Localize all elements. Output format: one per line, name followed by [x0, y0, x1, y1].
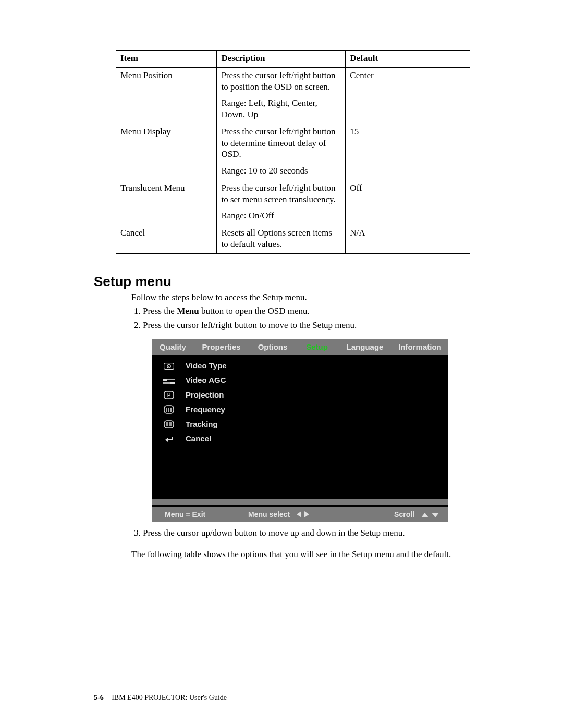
desc-line: Range: On/Off	[221, 210, 341, 221]
osd-item-label: Video Type	[186, 361, 227, 370]
desc-line: Resets all Options screen items to defau…	[221, 227, 341, 250]
osd-tab-bar: Quality Properties Options Setup Languag…	[152, 339, 448, 355]
table-row: Translucent Menu Press the cursor left/r…	[116, 180, 470, 225]
osd-item-label: Video AGC	[186, 376, 226, 385]
osd-tab-quality[interactable]: Quality	[152, 339, 193, 355]
osd-exit-label: Menu = Exit	[165, 510, 248, 519]
cell-item: Cancel	[116, 225, 217, 254]
cell-default: Center	[346, 67, 470, 124]
desc-line: Press the cursor left/right button to de…	[221, 126, 341, 160]
cell-default: Off	[346, 180, 470, 225]
step-text: Press the	[143, 306, 177, 316]
target-icon	[152, 361, 186, 370]
col-header-default: Default	[346, 51, 470, 68]
svg-rect-6	[170, 382, 175, 384]
osd-item-label: Cancel	[186, 434, 211, 443]
desc-line: Press the cursor left/right button to se…	[221, 182, 341, 205]
table-row: Menu Position Press the cursor left/righ…	[116, 67, 470, 124]
col-header-description: Description	[217, 51, 346, 68]
osd-tab-setup[interactable]: Setup	[296, 339, 338, 355]
osd-separator	[152, 499, 448, 505]
steps-list-cont: Press the cursor up/down button to move …	[131, 527, 490, 539]
osd-tab-language[interactable]: Language	[338, 339, 392, 355]
cell-description: Press the cursor left/right button to po…	[217, 67, 346, 124]
page-footer: 5-6 IBM E400 PROJECTOR: User's Guide	[94, 694, 227, 702]
slider-icon	[152, 376, 186, 385]
col-header-item: Item	[116, 51, 217, 68]
osd-select-label: Menu select	[248, 510, 290, 519]
desc-line: Range: 10 to 20 seconds	[221, 165, 341, 177]
cell-description: Resets all Options screen items to defau…	[217, 225, 346, 254]
arrow-down-icon[interactable]	[430, 510, 440, 519]
closing-text: The following table shows the options th…	[131, 549, 465, 561]
osd-item-label: Projection	[186, 390, 224, 399]
intro-text: Follow the steps below to access the Set…	[131, 292, 465, 304]
osd-item-label: Tracking	[186, 419, 218, 428]
arrow-right-icon[interactable]	[303, 510, 311, 519]
step-2: Press the cursor left/right button to mo…	[143, 319, 490, 331]
osd-tab-information[interactable]: Information	[392, 339, 448, 355]
osd-item-video-type[interactable]: Video Type	[152, 358, 448, 373]
svg-rect-13	[164, 421, 174, 428]
step-text-bold: Menu	[177, 306, 199, 316]
tracking-icon	[152, 419, 186, 428]
desc-line: Press the cursor left/right button to po…	[221, 70, 341, 93]
osd-footer: Menu = Exit Menu select Scroll	[152, 507, 448, 522]
steps-list: Press the Menu button to open the OSD me…	[131, 305, 490, 331]
page-number: 5-6	[94, 694, 104, 701]
osd-screenshot: Quality Properties Options Setup Languag…	[152, 339, 448, 522]
cell-item: Translucent Menu	[116, 180, 217, 225]
cell-description: Press the cursor left/right button to de…	[217, 124, 346, 180]
step-3: Press the cursor up/down button to move …	[143, 527, 490, 539]
step-1: Press the Menu button to open the OSD me…	[143, 305, 490, 317]
table-row: Cancel Resets all Options screen items t…	[116, 225, 470, 254]
osd-item-video-agc[interactable]: Video AGC	[152, 373, 448, 387]
osd-item-tracking[interactable]: Tracking	[152, 416, 448, 431]
document-page: Item Description Default Menu Position P…	[0, 0, 563, 728]
frequency-icon	[152, 404, 186, 414]
section-heading: Setup menu	[94, 274, 490, 290]
desc-line: Range: Left, Right, Center, Down, Up	[221, 97, 341, 120]
svg-rect-3	[163, 379, 167, 381]
osd-scroll-label: Scroll	[394, 510, 414, 519]
return-icon	[152, 434, 186, 443]
cell-item: Menu Position	[116, 67, 217, 124]
osd-tab-options[interactable]: Options	[249, 339, 296, 355]
osd-item-label: Frequency	[186, 405, 225, 414]
osd-item-projection[interactable]: P Projection	[152, 387, 448, 402]
cell-default: 15	[346, 124, 470, 180]
arrow-up-icon[interactable]	[420, 510, 430, 519]
table-row: Menu Display Press the cursor left/right…	[116, 124, 470, 180]
svg-text:P: P	[167, 392, 171, 398]
osd-body: Video Type Video AGC P Projection Freque…	[152, 355, 448, 499]
options-table: Item Description Default Menu Position P…	[116, 50, 470, 254]
projection-icon: P	[152, 390, 186, 399]
cell-default: N/A	[346, 225, 470, 254]
arrow-left-icon[interactable]	[295, 510, 303, 519]
osd-item-frequency[interactable]: Frequency	[152, 402, 448, 416]
osd-item-cancel[interactable]: Cancel	[152, 431, 448, 446]
cell-description: Press the cursor left/right button to se…	[217, 180, 346, 225]
osd-tab-properties[interactable]: Properties	[193, 339, 249, 355]
svg-point-2	[168, 366, 169, 367]
cell-item: Menu Display	[116, 124, 217, 180]
step-text: button to open the OSD menu.	[199, 306, 310, 316]
footer-title: IBM E400 PROJECTOR: User's Guide	[112, 694, 227, 701]
